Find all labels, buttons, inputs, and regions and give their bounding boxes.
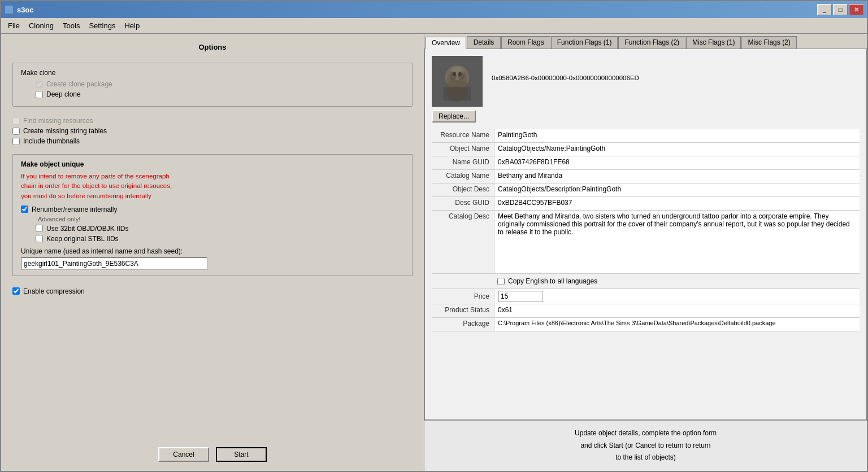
- menu-settings[interactable]: Settings: [84, 20, 120, 32]
- product-status-value: 0x61: [494, 304, 860, 317]
- overview-top: Replace... 0x0580A2B6-0x00000000-0x00000…: [432, 56, 860, 123]
- menu-tools[interactable]: Tools: [58, 20, 84, 32]
- window-title: s3oc: [17, 6, 34, 14]
- include-thumbnails-checkbox[interactable]: [12, 138, 20, 145]
- close-button[interactable]: ✕: [849, 4, 863, 15]
- copy-english-row: Copy English to all languages: [432, 274, 860, 289]
- tabs-bar: Overview Details Room Flags Function Fla…: [424, 34, 867, 49]
- minimize-button[interactable]: _: [817, 4, 832, 15]
- tab-content-overview: Replace... 0x0580A2B6-0x00000000-0x00000…: [424, 49, 867, 420]
- catalog-desc-row: Catalog Desc: [432, 211, 860, 274]
- unique-name-label: Unique name (used as internal name and h…: [21, 247, 404, 255]
- keep-stbl-checkbox[interactable]: [36, 235, 43, 242]
- start-button[interactable]: Start: [216, 447, 267, 462]
- catalog-name-value[interactable]: [494, 170, 860, 183]
- menu-bar: File Cloning Tools Settings Help: [1, 18, 867, 34]
- catalog-desc-value[interactable]: [494, 211, 860, 273]
- include-thumbnails-row: Include thumbnails: [12, 137, 413, 145]
- thumbnail-area: Replace...: [432, 56, 483, 123]
- copy-english-label: Copy English to all languages: [508, 277, 597, 285]
- package-label: Package: [432, 318, 494, 331]
- object-desc-label: Object Desc: [432, 183, 494, 196]
- keep-stbl-row: Keep original STBL IIDs: [21, 235, 404, 243]
- resource-name-label: Resource Name: [432, 129, 494, 142]
- cancel-button[interactable]: Cancel: [158, 447, 209, 462]
- deep-clone-checkbox[interactable]: [36, 91, 43, 98]
- create-clone-package-row: Create clone package: [21, 80, 404, 88]
- deep-clone-label: Deep clone: [46, 90, 81, 98]
- create-clone-package-checkbox[interactable]: [36, 81, 43, 88]
- resource-id: 0x0580A2B6-0x00000000-0x000000000000006E…: [492, 56, 639, 123]
- enable-compression-label: Enable compression: [23, 287, 85, 295]
- renumber-rename-checkbox[interactable]: [21, 206, 28, 213]
- object-name-label: Object Name: [432, 143, 494, 156]
- find-missing-label: Find missing resources: [23, 117, 93, 125]
- tab-overview[interactable]: Overview: [426, 37, 466, 49]
- name-guid-row: Name GUID 0xBA037426F8D1FE68: [432, 156, 860, 170]
- object-desc-row: Object Desc CatalogObjects/Description:P…: [432, 183, 860, 197]
- price-field-cell: [494, 289, 860, 304]
- price-label: Price: [432, 291, 494, 302]
- price-input[interactable]: [498, 291, 543, 302]
- object-name-value: CatalogObjects/Name:PaintingGoth: [494, 143, 860, 156]
- advanced-label: Advanced only!: [21, 216, 404, 222]
- deep-clone-row: Deep clone: [21, 90, 404, 98]
- resource-name-value: PaintingGoth: [494, 129, 860, 142]
- make-clone-group: Make clone Create clone package Deep clo…: [12, 63, 413, 107]
- tab-misc-flags-1[interactable]: Misc Flags (1): [686, 36, 741, 49]
- use-32bit-checkbox[interactable]: [36, 225, 43, 232]
- tab-misc-flags-2[interactable]: Misc Flags (2): [741, 36, 796, 49]
- create-string-tables-checkbox[interactable]: [12, 128, 20, 135]
- name-guid-label: Name GUID: [432, 156, 494, 169]
- tab-function-flags-1[interactable]: Function Flags (1): [551, 36, 618, 49]
- keep-stbl-label: Keep original STBL IIDs: [46, 235, 119, 243]
- enable-compression-checkbox[interactable]: [12, 287, 20, 295]
- catalog-desc-label: Catalog Desc: [432, 211, 494, 273]
- catalog-name-label: Catalog Name: [432, 170, 494, 183]
- svg-point-9: [453, 72, 456, 76]
- catalog-desc-textarea[interactable]: [498, 212, 856, 269]
- tab-room-flags[interactable]: Room Flags: [501, 36, 550, 49]
- replace-button[interactable]: Replace...: [432, 110, 476, 123]
- resource-name-row: Resource Name PaintingGoth: [432, 129, 860, 143]
- desc-guid-value: 0xBD2B4CC957BFB037: [494, 197, 860, 210]
- product-status-label: Product Status: [432, 304, 494, 317]
- enable-compression-row: Enable compression: [12, 287, 413, 295]
- thumbnail-image: [432, 56, 483, 107]
- desc-guid-label: Desc GUID: [432, 197, 494, 210]
- svg-point-10: [458, 72, 462, 76]
- use-32bit-label: Use 32bit OBJD/OBJK IIDs: [46, 225, 128, 233]
- options-title: Options: [12, 43, 413, 51]
- bottom-options: Enable compression: [12, 287, 413, 298]
- object-desc-value: CatalogObjects/Description:PaintingGoth: [494, 183, 860, 196]
- desc-guid-row: Desc GUID 0xBD2B4CC957BFB037: [432, 197, 860, 211]
- package-value: C:\Program Files (x86)\Electronic Arts\T…: [494, 318, 860, 331]
- options-middle-group: Find missing resources Create missing st…: [12, 117, 413, 147]
- catalog-name-row: Catalog Name: [432, 170, 860, 183]
- product-status-row: Product Status 0x61: [432, 304, 860, 318]
- renumber-rename-row: Renumber/rename internally: [21, 206, 404, 213]
- status-text: Update object details, complete the opti…: [575, 427, 717, 464]
- name-guid-value: 0xBA037426F8D1FE68: [494, 156, 860, 169]
- include-thumbnails-label: Include thumbnails: [23, 137, 80, 145]
- title-bar-text: s3oc: [5, 5, 34, 14]
- menu-cloning[interactable]: Cloning: [24, 20, 58, 32]
- make-object-unique-group: Make object unique If you intend to remo…: [12, 154, 413, 276]
- catalog-name-input[interactable]: [498, 172, 856, 180]
- tab-function-flags-2[interactable]: Function Flags (2): [618, 36, 685, 49]
- find-missing-checkbox[interactable]: [12, 117, 20, 125]
- menu-help[interactable]: Help: [120, 20, 144, 32]
- maximize-button[interactable]: □: [833, 4, 848, 15]
- warning-text: If you intend to remove any parts of the…: [21, 172, 404, 201]
- status-bar: Update object details, complete the opti…: [424, 420, 867, 471]
- tab-details[interactable]: Details: [467, 36, 501, 49]
- unique-name-input[interactable]: [21, 257, 207, 270]
- main-content: Options Make clone Create clone package …: [1, 34, 867, 471]
- button-row: Cancel Start: [12, 436, 413, 462]
- main-window: s3oc _ □ ✕ File Cloning Tools Settings H…: [0, 0, 868, 472]
- package-row: Package C:\Program Files (x86)\Electroni…: [432, 318, 860, 331]
- create-string-tables-row: Create missing string tables: [12, 127, 413, 135]
- menu-file[interactable]: File: [3, 20, 24, 32]
- price-row: Price: [432, 289, 860, 304]
- copy-english-checkbox[interactable]: [497, 278, 505, 285]
